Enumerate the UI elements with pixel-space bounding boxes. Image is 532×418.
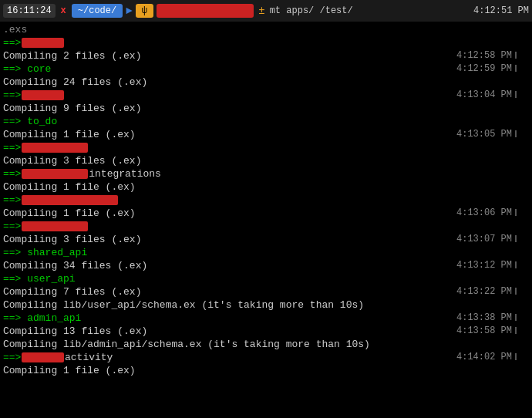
terminal-line: Compiling 7 files (.ex)4:13:22 PM: [3, 285, 526, 298]
terminal-line: ==>: [3, 194, 526, 207]
topbar-branch-symbol: ψ: [136, 4, 153, 18]
terminal-line: Compiling 1 file (.ex): [3, 364, 526, 377]
terminal-line: Compiling 3 files (.ex): [3, 154, 526, 167]
line-timestamp: 4:13:22 PM: [456, 285, 517, 298]
terminal-line: ==> to_do: [3, 115, 526, 128]
line-timestamp: 4:13:05 PM: [456, 128, 517, 141]
topbar-time-right: 4:12:51 PM: [473, 5, 529, 16]
line-timestamp: 4:13:04 PM: [456, 89, 517, 102]
terminal-line: ==>: [3, 220, 526, 233]
terminal-line: Compiling 1 file (.ex): [3, 180, 526, 194]
terminal-output: .exs==> Compiling 2 files (.ex)4:12:58 P…: [0, 22, 532, 418]
terminal-line: ==> core4:12:59 PM: [3, 62, 526, 76]
line-timestamp: 4:13:12 PM: [456, 259, 517, 272]
terminal-line: Compiling 9 files (.ex): [3, 102, 526, 115]
line-timestamp: 4:13:58 PM: [456, 325, 517, 338]
topbar-arrow-icon: ►: [126, 5, 132, 17]
terminal-line: Compiling 1 file (.ex)4:13:06 PM: [3, 207, 526, 220]
terminal-line: Compiling 34 files (.ex)4:13:12 PM: [3, 259, 526, 272]
terminal-line: Compiling 3 files (.ex)4:13:07 PM: [3, 233, 526, 246]
terminal-line: Compiling lib/user_api/schema.ex (it's t…: [3, 298, 526, 312]
terminal-line: ==> 4:13:04 PM: [3, 89, 526, 102]
terminal-line: ==> user_api: [3, 272, 526, 285]
topbar-plus: ±: [257, 5, 266, 17]
line-timestamp: 4:14:02 PM: [456, 351, 517, 364]
terminal-line: Compiling 2 files (.ex)4:12:58 PM: [3, 49, 526, 62]
line-timestamp: 4:13:07 PM: [456, 233, 517, 246]
line-timestamp: 4:13:06 PM: [456, 207, 517, 220]
terminal-line: ==> integrations: [3, 167, 526, 180]
terminal-line: ==>: [3, 141, 526, 154]
terminal-line: .exs: [3, 23, 526, 36]
line-timestamp: 4:12:58 PM: [456, 49, 517, 62]
topbar-dir: ~/code/: [72, 4, 123, 18]
terminal-line: Compiling 13 files (.ex)4:13:58 PM: [3, 325, 526, 338]
terminal-line: Compiling 24 files (.ex): [3, 76, 526, 89]
topbar-time-left: 16:11:24: [3, 4, 56, 18]
terminal-line: ==> admin_api4:13:38 PM: [3, 312, 526, 325]
terminal-line: Compiling lib/admin_api/schema.ex (it's …: [3, 338, 526, 351]
line-timestamp: 4:12:59 PM: [456, 62, 517, 76]
line-timestamp: 4:13:38 PM: [456, 312, 517, 325]
topbar-branch-name: [157, 4, 254, 18]
terminal-line: ==> activity4:14:02 PM: [3, 351, 526, 364]
topbar: 16:11:24 x ~/code/ ► ψ ± mt apps/ /test/…: [0, 0, 532, 22]
terminal-line: ==>: [3, 36, 526, 49]
topbar-x: x: [59, 5, 69, 16]
terminal-line: Compiling 1 file (.ex)4:13:05 PM: [3, 128, 526, 141]
terminal-line: ==> shared_api: [3, 246, 526, 259]
topbar-cmd: mt apps/ /test/: [270, 5, 470, 16]
